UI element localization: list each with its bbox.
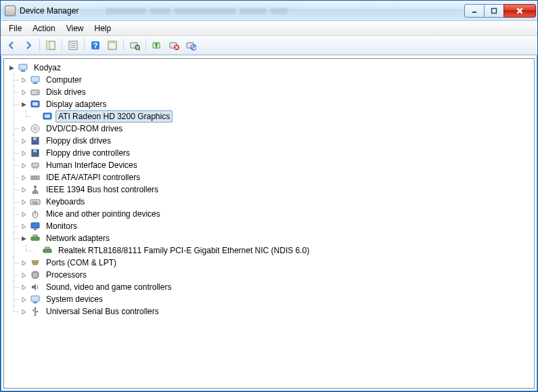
expand-icon[interactable] (20, 284, 27, 290)
disk-drive-icon (30, 87, 41, 97)
update-driver-button[interactable] (149, 37, 165, 53)
scan-hardware-button[interactable] (127, 37, 143, 53)
svg-rect-55 (34, 229, 37, 230)
expand-icon[interactable] (20, 211, 27, 217)
window-title: Device Manager (20, 6, 79, 16)
ide-icon (30, 172, 41, 183)
tree-node-floppy-ctrl[interactable]: Floppy drive controllers (20, 147, 533, 159)
collapse-icon[interactable] (8, 64, 15, 71)
tree-label: Disk drives (43, 86, 89, 98)
toolbar-separator (39, 39, 40, 52)
tree-node-ieee[interactable]: IEEE 1394 Bus host controllers (20, 183, 533, 196)
svg-line-15 (139, 49, 140, 50)
expand-icon[interactable] (20, 223, 27, 230)
sound-icon (30, 282, 41, 292)
svg-rect-65 (33, 302, 37, 303)
expand-icon[interactable] (20, 77, 27, 83)
menu-action[interactable]: Action (27, 22, 60, 35)
expand-icon[interactable] (20, 198, 27, 205)
tree-label: System devices (43, 293, 106, 305)
svg-rect-22 (19, 64, 27, 70)
action-button[interactable] (104, 37, 120, 53)
usb-icon (30, 306, 41, 317)
tree-node-usb[interactable]: Universal Serial Bus controllers (20, 305, 533, 318)
hid-icon (30, 160, 41, 171)
maximize-button[interactable] (484, 4, 504, 18)
tree-node-ports[interactable]: Ports (COM & LPT) (20, 257, 533, 269)
svg-rect-26 (31, 90, 39, 95)
svg-point-44 (32, 192, 35, 194)
tree-node-mice[interactable]: Mice and other pointing devices (20, 208, 533, 220)
close-button[interactable] (503, 4, 536, 18)
tree-node-disk-drives[interactable]: Disk drives (20, 86, 533, 98)
tree-label: Monitors (43, 220, 80, 232)
expand-icon[interactable] (20, 150, 27, 156)
tree-label: Floppy drive controllers (43, 147, 133, 159)
expand-icon[interactable] (20, 271, 27, 278)
tree-node-computer[interactable]: Computer (20, 74, 533, 86)
display-adapter-icon (30, 99, 41, 110)
tree-node-sound[interactable]: Sound, video and game controllers (20, 281, 533, 293)
back-button[interactable] (3, 37, 20, 53)
menu-help[interactable]: Help (89, 22, 117, 35)
tree-root-row[interactable]: Kodyaz (8, 62, 533, 74)
tree-node-ati-radeon[interactable]: ATI Radeon HD 3200 Graphics (32, 110, 533, 123)
expand-icon[interactable] (20, 259, 27, 266)
svg-point-33 (35, 128, 37, 130)
expand-icon[interactable] (20, 137, 27, 144)
svg-rect-1 (492, 8, 497, 13)
tree-node-realtek[interactable]: Realtek RTL8168/8111 Family PCI-E Gigabi… (32, 244, 533, 257)
tree-label: Universal Serial Bus controllers (43, 305, 162, 318)
tree-label: Display adapters (43, 98, 109, 110)
tree-node-display-adapters[interactable]: Display adapters (20, 98, 533, 110)
tree-label: Processors (43, 269, 89, 281)
processor-icon (30, 269, 41, 280)
svg-rect-4 (47, 41, 49, 49)
tree-node-processors[interactable]: Processors (20, 269, 533, 281)
minimize-button[interactable] (464, 4, 485, 18)
show-hide-tree-button[interactable] (43, 37, 59, 53)
menu-file[interactable]: File (3, 22, 27, 35)
tree-label: Human Interface Devices (43, 159, 140, 171)
expand-icon[interactable] (20, 296, 27, 303)
firewire-icon (30, 184, 41, 195)
expand-icon[interactable] (20, 308, 27, 315)
computer-icon (30, 74, 41, 85)
svg-text:?: ? (93, 41, 98, 49)
tree-node-hid[interactable]: Human Interface Devices (20, 159, 533, 171)
window-controls (465, 4, 536, 18)
collapse-icon[interactable] (20, 235, 27, 242)
properties-button[interactable] (65, 37, 81, 53)
device-tree[interactable]: Kodyaz Computer Disk drives (3, 58, 535, 389)
svg-rect-49 (34, 201, 35, 202)
collapse-icon[interactable] (20, 101, 27, 108)
tree-node-system[interactable]: System devices (20, 293, 533, 305)
tree-label-selected: ATI Radeon HD 3200 Graphics (55, 110, 173, 123)
svg-rect-63 (32, 272, 38, 278)
expand-icon[interactable] (20, 174, 27, 181)
expand-icon[interactable] (20, 125, 27, 132)
expand-icon[interactable] (20, 89, 27, 95)
svg-rect-57 (33, 235, 37, 237)
svg-rect-59 (45, 247, 49, 249)
tree-label: DVD/CD-ROM drives (43, 123, 125, 135)
monitor-icon (30, 221, 41, 232)
uninstall-button[interactable] (166, 37, 182, 53)
tree-node-monitors[interactable]: Monitors (20, 220, 533, 232)
expand-icon[interactable] (20, 162, 27, 169)
help-button[interactable]: ? (87, 37, 104, 53)
svg-rect-64 (31, 296, 39, 301)
app-icon (5, 5, 16, 16)
network-icon (42, 245, 53, 256)
forward-button[interactable] (20, 37, 37, 53)
menu-view[interactable]: View (61, 22, 89, 35)
titlebar[interactable]: Device Manager (1, 1, 537, 21)
svg-rect-51 (32, 202, 38, 204)
disable-button[interactable] (183, 37, 199, 53)
tree-node-ide[interactable]: IDE ATA/ATAPI controllers (20, 171, 533, 183)
tree-node-network[interactable]: Network adapters (20, 232, 533, 244)
tree-node-keyboards[interactable]: Keyboards (20, 196, 533, 208)
expand-icon[interactable] (20, 186, 27, 193)
tree-node-dvd[interactable]: DVD/CD-ROM drives (20, 123, 533, 135)
tree-node-floppy-disk[interactable]: Floppy disk drives (20, 135, 533, 147)
